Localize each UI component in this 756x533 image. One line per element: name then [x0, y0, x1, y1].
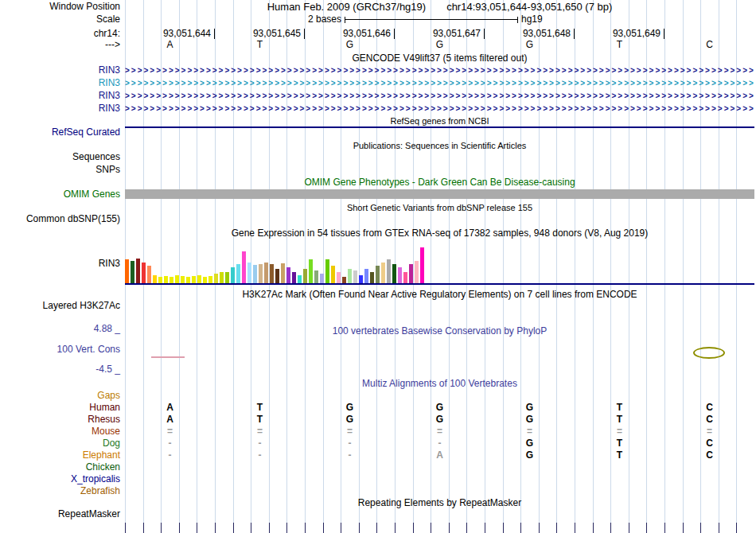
gtex-expression-bar[interactable]: [353, 270, 357, 283]
transcript-arrows[interactable]: >>>>>>>>>>>>>>>>>>>>>>>>>>>>>>>>>>>>>>>>…: [125, 65, 754, 76]
gtex-expression-bar[interactable]: [192, 276, 196, 283]
gtex-expression-bar[interactable]: [286, 267, 290, 283]
species-label[interactable]: Gaps: [0, 391, 120, 401]
species-label[interactable]: Human: [0, 403, 120, 413]
gtex-expression-bar[interactable]: [247, 263, 251, 283]
gtex-expression-bar[interactable]: [275, 269, 279, 283]
gtex-expression-bar[interactable]: [125, 259, 129, 283]
conservation-track-title[interactable]: 100 vertebrates Basewise Conservation by…: [125, 326, 754, 337]
gtex-expression-bar[interactable]: [214, 274, 218, 283]
omim-track-title[interactable]: OMIM Gene Phenotypes - Dark Green Can Be…: [125, 177, 754, 188]
gtex-expression-bar[interactable]: [253, 265, 257, 283]
gtex-expression-bar[interactable]: [359, 275, 363, 283]
gtex-expression-bar[interactable]: [220, 272, 224, 283]
transcript-arrows[interactable]: >>>>>>>>>>>>>>>>>>>>>>>>>>>>>>>>>>>>>>>>…: [125, 91, 754, 101]
gtex-expression-bar[interactable]: [153, 275, 157, 283]
gene-track-label[interactable]: RIN3: [0, 91, 120, 101]
species-label[interactable]: X_tropicalis: [0, 474, 120, 484]
gtex-expression-bar[interactable]: [142, 263, 146, 283]
gtex-expression-bar[interactable]: [420, 247, 424, 283]
transcript-arrows[interactable]: >>>>>>>>>>>>>>>>>>>>>>>>>>>>>>>>>>>>>>>>…: [125, 78, 754, 88]
gtex-expression-bar[interactable]: [242, 251, 246, 283]
gene-track-label[interactable]: RIN3: [0, 65, 120, 76]
gtex-expression-bar[interactable]: [392, 264, 396, 283]
gtex-expression-bar[interactable]: [131, 261, 134, 283]
gtex-expression-bar[interactable]: [381, 263, 385, 283]
gtex-gene-label[interactable]: RIN3: [0, 259, 120, 269]
alignment-base: T: [575, 403, 664, 413]
gtex-expression-bar[interactable]: [325, 259, 329, 283]
gtex-expression-bar[interactable]: [158, 277, 162, 283]
gene-track-label[interactable]: RIN3: [0, 103, 120, 114]
gtex-expression-bar[interactable]: [342, 277, 346, 283]
omim-gene-bar[interactable]: [125, 189, 754, 199]
gtex-expression-bar[interactable]: [164, 276, 168, 283]
gtex-expression-bar[interactable]: [331, 266, 335, 283]
ruler-coordinate: 93,051,647: [395, 29, 485, 39]
gencode-track-title[interactable]: GENCODE V49lift37 (5 items filtered out): [125, 53, 754, 64]
gtex-expression-bar[interactable]: [292, 272, 296, 283]
sequences-track-label[interactable]: Sequences: [0, 152, 120, 162]
gtex-expression-bar[interactable]: [303, 269, 307, 283]
gtex-expression-bar[interactable]: [181, 276, 185, 283]
gtex-expression-bar[interactable]: [298, 275, 302, 283]
gtex-expression-bar[interactable]: [309, 259, 313, 283]
gtex-expression-bar[interactable]: [197, 275, 201, 283]
omim-genes-label[interactable]: OMIM Genes: [0, 189, 120, 200]
conservation-track-label[interactable]: 100 Vert. Cons: [0, 344, 120, 355]
multiz-track-title[interactable]: Multiz Alignments of 100 Vertebrates: [125, 379, 754, 389]
species-label[interactable]: Chicken: [0, 462, 120, 473]
refseq-gene-bar[interactable]: [125, 126, 754, 128]
snps-track-label[interactable]: SNPs: [0, 165, 120, 175]
alignment-base: G: [305, 403, 395, 413]
dbsnp-track-title[interactable]: Short Genetic Variants from dbSNP releas…: [125, 203, 754, 213]
common-dbsnp-label[interactable]: Common dbSNP(155): [0, 214, 120, 224]
gtex-expression-bar[interactable]: [270, 264, 274, 283]
gtex-expression-bar[interactable]: [337, 272, 341, 283]
gtex-expression-bar[interactable]: [415, 261, 419, 283]
species-label[interactable]: Rhesus: [0, 414, 120, 425]
gtex-expression-bar[interactable]: [320, 274, 324, 283]
gtex-expression-bar[interactable]: [170, 277, 173, 283]
gtex-track-title[interactable]: Gene Expression in 54 tissues from GTEx …: [125, 228, 754, 239]
gtex-expression-bar[interactable]: [264, 263, 268, 283]
gene-track-label[interactable]: RIN3: [0, 78, 120, 88]
gtex-expression-bar[interactable]: [225, 272, 229, 283]
species-label[interactable]: Dog: [0, 438, 120, 449]
refseq-curated-label[interactable]: RefSeq Curated: [0, 127, 120, 138]
gtex-expression-bar[interactable]: [348, 269, 352, 283]
transcript-arrows[interactable]: >>>>>>>>>>>>>>>>>>>>>>>>>>>>>>>>>>>>>>>>…: [125, 103, 754, 114]
gtex-expression-bar[interactable]: [203, 277, 207, 283]
publications-track-title[interactable]: Publications: Sequences in Scientific Ar…: [125, 141, 754, 151]
gtex-expression-bar[interactable]: [403, 272, 407, 283]
gtex-expression-bar[interactable]: [147, 266, 151, 283]
conservation-negative-segment: [151, 356, 185, 358]
ruler-coordinate: 93,051,646: [305, 29, 395, 39]
gtex-expression-bar[interactable]: [259, 264, 263, 283]
gtex-expression-bar[interactable]: [387, 259, 391, 283]
species-label[interactable]: Zebrafish: [0, 486, 120, 496]
alignment-base: T: [215, 414, 305, 425]
repeatmasker-label[interactable]: RepeatMasker: [0, 509, 120, 519]
gtex-expression-bar[interactable]: [231, 267, 235, 283]
repeatmasker-track-title[interactable]: Repeating Elements by RepeatMasker: [125, 498, 754, 508]
refseq-track-title[interactable]: RefSeq genes from NCBI: [125, 116, 754, 126]
gtex-expression-bar[interactable]: [175, 275, 179, 283]
gtex-expression-bar[interactable]: [136, 259, 140, 283]
gtex-expression-bar[interactable]: [398, 267, 402, 283]
gtex-expression-bar[interactable]: [376, 266, 380, 283]
layered-h3k27ac-label[interactable]: Layered H3K27Ac: [0, 301, 120, 311]
species-label[interactable]: Mouse: [0, 426, 120, 437]
gtex-expression-bar[interactable]: [409, 264, 413, 283]
gtex-expression-barchart[interactable]: [125, 243, 754, 283]
gtex-expression-bar[interactable]: [236, 264, 240, 283]
gtex-expression-bar[interactable]: [314, 270, 318, 283]
gtex-expression-bar[interactable]: [186, 277, 190, 283]
gtex-expression-bar[interactable]: [208, 276, 212, 283]
h3k27ac-track-title[interactable]: H3K27Ac Mark (Often Found Near Active Re…: [125, 290, 754, 300]
gtex-expression-bar[interactable]: [364, 269, 368, 283]
gtex-expression-bar[interactable]: [370, 272, 374, 283]
gtex-expression-bar[interactable]: [281, 263, 285, 283]
species-label[interactable]: Elephant: [0, 450, 120, 461]
alignment-base: T: [575, 450, 664, 461]
